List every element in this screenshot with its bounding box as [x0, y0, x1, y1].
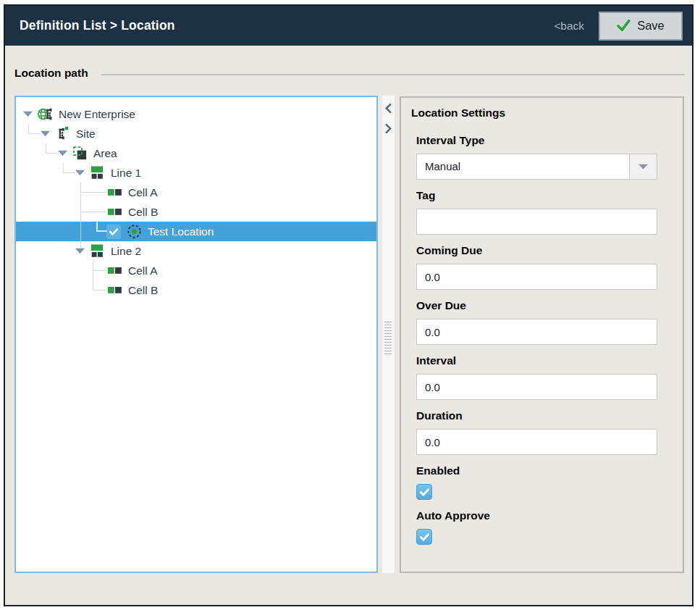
field-label: Over Due	[416, 299, 672, 312]
expander-spacer	[93, 209, 102, 215]
interval-input[interactable]	[416, 374, 657, 400]
tree-item-label: Line 2	[111, 245, 141, 258]
cell-icon	[106, 204, 123, 220]
tree-item-label: Test Location	[148, 225, 214, 238]
field-label: Interval	[416, 354, 672, 367]
settings-title: Location Settings	[411, 106, 683, 120]
field-label: Tag	[416, 189, 672, 202]
tree-connector-line	[96, 230, 107, 232]
field-interval: Interval	[416, 354, 672, 400]
site-icon	[54, 125, 71, 142]
tree-connector-line	[80, 222, 81, 241]
tree-item-new-enterprise[interactable]: New Enterprise	[16, 104, 376, 124]
interval-type-select[interactable]: Manual	[416, 154, 657, 180]
expander-icon[interactable]	[23, 111, 33, 117]
header-actions: <back Save	[554, 12, 683, 41]
splitter-grip[interactable]	[384, 322, 392, 355]
tree-item-label: Cell A	[128, 264, 158, 277]
line-icon	[89, 164, 106, 181]
tree-item-area[interactable]: Area	[16, 143, 376, 163]
expander-spacer	[93, 287, 102, 293]
panel-splitter[interactable]	[382, 96, 395, 573]
field-auto-approve: Auto Approve	[416, 509, 672, 545]
location-tree: New EnterpriseSiteAreaLine 1Cell ACell B…	[14, 96, 378, 573]
tree-item-site[interactable]: Site	[16, 124, 376, 143]
location-settings-panel: Location Settings Interval TypeManualTag…	[400, 96, 684, 573]
tree-item-label: New Enterprise	[59, 108, 135, 121]
field-coming-due: Coming Due	[416, 244, 672, 290]
settings-fields: Interval TypeManualTagComing DueOver Due…	[416, 134, 672, 545]
field-label: Interval Type	[416, 134, 672, 147]
tag-input[interactable]	[416, 209, 657, 235]
field-label: Auto Approve	[416, 509, 672, 522]
field-tag: Tag	[416, 189, 672, 235]
tree-item-label: Cell B	[128, 284, 158, 297]
expander-icon[interactable]	[75, 248, 85, 254]
tree-item-checkbox[interactable]	[106, 225, 121, 239]
expander-icon[interactable]	[75, 170, 85, 176]
tree-item-label: Cell B	[128, 206, 158, 219]
save-button-label: Save	[637, 19, 665, 33]
title-bar: Definition List > Location <back Save	[5, 6, 692, 46]
section-divider	[101, 74, 685, 75]
tree-item-cell-a[interactable]: Cell A	[16, 261, 376, 280]
coming-due-input[interactable]	[416, 264, 657, 290]
tree-item-label: Cell A	[128, 186, 158, 199]
select-value: Manual	[417, 154, 629, 179]
tree-item-test-location[interactable]: Test Location	[16, 222, 376, 241]
save-check-icon	[617, 20, 631, 32]
enabled-checkbox[interactable]	[416, 484, 432, 500]
expander-spacer	[93, 267, 102, 274]
tree-item-cell-b[interactable]: Cell B	[16, 280, 376, 300]
over-due-input[interactable]	[416, 319, 657, 345]
expand-right-icon[interactable]	[385, 123, 392, 133]
field-label: Coming Due	[416, 244, 672, 257]
expander-icon[interactable]	[41, 130, 50, 137]
definition-list-window: Definition List > Location <back Save Lo…	[4, 4, 693, 606]
field-enabled: Enabled	[416, 464, 672, 500]
tree-item-line-2[interactable]: Line 2	[16, 241, 376, 261]
expander-spacer	[93, 189, 102, 196]
tree-item-label: Line 1	[111, 167, 141, 180]
auto-approve-checkbox[interactable]	[416, 529, 432, 545]
tree-item-cell-a[interactable]: Cell A	[16, 183, 376, 202]
location-icon	[126, 223, 143, 240]
tree-item-line-1[interactable]: Line 1	[16, 163, 376, 183]
back-link[interactable]: <back	[554, 20, 584, 33]
cell-icon	[106, 184, 123, 201]
dropdown-arrow-icon[interactable]	[629, 154, 657, 179]
field-label: Enabled	[416, 464, 672, 477]
save-button[interactable]: Save	[599, 12, 683, 41]
tree-item-label: Site	[76, 128, 96, 141]
cell-icon	[106, 282, 123, 298]
collapse-left-icon[interactable]	[385, 103, 392, 112]
field-over-due: Over Due	[416, 299, 672, 345]
field-duration: Duration	[416, 409, 672, 455]
duration-input[interactable]	[416, 429, 657, 455]
expander-icon[interactable]	[58, 150, 67, 156]
enterprise-icon	[37, 106, 54, 122]
cell-icon	[106, 262, 123, 279]
page-title: Definition List > Location	[20, 18, 175, 33]
tree-item-cell-b[interactable]: Cell B	[16, 202, 376, 222]
tree-item-label: Area	[93, 147, 117, 160]
area-icon	[72, 145, 88, 162]
field-interval-type: Interval TypeManual	[416, 134, 672, 180]
line-icon	[89, 243, 106, 259]
field-label: Duration	[416, 409, 672, 422]
section-title: Location path	[14, 67, 88, 80]
